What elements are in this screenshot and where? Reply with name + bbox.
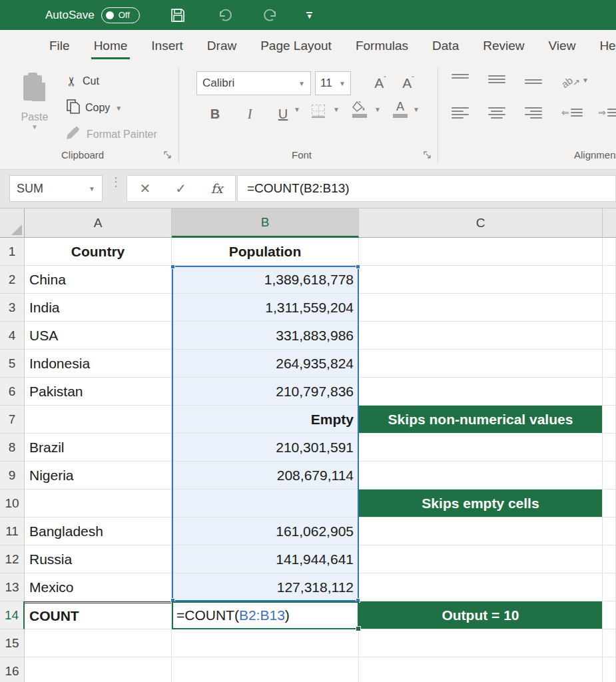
row-header-13[interactable]: 13 xyxy=(0,573,25,601)
save-button[interactable] xyxy=(169,7,186,24)
row-header-12[interactable]: 12 xyxy=(0,545,25,573)
insert-function-button[interactable]: fx xyxy=(211,181,223,196)
row-header-16[interactable]: 16 xyxy=(0,657,25,682)
cell-D3[interactable] xyxy=(603,294,616,322)
cell-A16[interactable] xyxy=(25,657,172,682)
middle-align-button[interactable] xyxy=(488,75,505,83)
select-all-corner[interactable] xyxy=(0,208,25,238)
cell-A11[interactable]: Bangladesh xyxy=(25,517,172,545)
cell-B6[interactable]: 210,797,836 xyxy=(172,378,359,406)
cell-D1[interactable] xyxy=(603,238,616,266)
cell-B7[interactable]: Empty xyxy=(172,406,359,434)
top-align-button[interactable] xyxy=(452,74,469,79)
font-color-button[interactable]: A xyxy=(393,101,408,118)
cell-A4[interactable]: USA xyxy=(25,322,172,350)
redo-button[interactable] xyxy=(262,7,280,24)
fill-color-button[interactable] xyxy=(352,101,368,118)
row-header-9[interactable]: 9 xyxy=(0,462,25,490)
column-header-c[interactable]: C xyxy=(359,208,603,238)
tab-review[interactable]: Review xyxy=(471,30,536,62)
cell-D4[interactable] xyxy=(603,322,616,350)
autosave-toggle[interactable]: Off xyxy=(101,7,140,23)
cell-B9[interactable]: 208,679,114 xyxy=(172,462,359,490)
cell-A14[interactable]: COUNT xyxy=(25,601,172,629)
undo-button[interactable] xyxy=(216,7,233,24)
borders-button[interactable] xyxy=(312,105,325,118)
column-header-a[interactable]: A xyxy=(25,208,172,238)
decrease-font-size-button[interactable]: Aˇ xyxy=(396,73,420,94)
cell-D12[interactable] xyxy=(603,545,616,573)
cell-B1[interactable]: Population xyxy=(172,238,359,266)
cell-B8[interactable]: 210,301,591 xyxy=(172,434,359,462)
cell-A8[interactable]: Brazil xyxy=(25,434,172,462)
tab-insert[interactable]: Insert xyxy=(139,30,195,62)
row-header-5[interactable]: 5 xyxy=(0,350,25,378)
row-header-14[interactable]: 14 xyxy=(0,601,25,629)
cell-D5[interactable] xyxy=(603,350,616,378)
tab-page-layout[interactable]: Page Layout xyxy=(248,30,344,62)
tab-draw[interactable]: Draw xyxy=(195,30,248,62)
cell-A15[interactable] xyxy=(25,629,172,657)
name-box[interactable]: SUM ▼ xyxy=(9,175,103,202)
cell-C14[interactable]: Output = 10 xyxy=(359,601,603,629)
underline-button[interactable]: U xyxy=(273,103,293,125)
font-size-select[interactable]: 11 ▼ xyxy=(315,71,351,95)
align-right-button[interactable] xyxy=(525,107,542,119)
row-header-4[interactable]: 4 xyxy=(0,322,25,350)
cell-D2[interactable] xyxy=(603,266,616,294)
cell-D13[interactable] xyxy=(603,573,616,601)
cell-B10[interactable] xyxy=(172,490,359,517)
cell-A7[interactable] xyxy=(25,406,172,434)
row-header-2[interactable]: 2 xyxy=(0,266,25,294)
cell-C11[interactable] xyxy=(359,517,603,545)
cell-D9[interactable] xyxy=(603,462,616,490)
formula-input[interactable]: =COUNT(B2:B13) xyxy=(237,175,616,202)
row-header-11[interactable]: 11 xyxy=(0,517,25,545)
clipboard-dialog-launcher[interactable] xyxy=(164,151,174,161)
increase-indent-button[interactable]: ⇒ xyxy=(598,107,616,118)
font-name-select[interactable]: Calibri ▼ xyxy=(196,71,311,95)
cell-A10[interactable] xyxy=(25,490,172,517)
fill-handle[interactable] xyxy=(356,626,361,631)
cell-C16[interactable] xyxy=(359,657,603,682)
fill-color-dropdown[interactable]: ▼ xyxy=(374,106,381,113)
cell-C6[interactable] xyxy=(359,378,603,406)
row-header-7[interactable]: 7 xyxy=(0,406,25,434)
format-painter-button[interactable]: Format Painter xyxy=(67,125,157,145)
tab-data[interactable]: Data xyxy=(420,30,471,62)
cell-C10[interactable]: Skips empty cells xyxy=(359,490,603,517)
cell-B12[interactable]: 141,944,641 xyxy=(172,545,359,573)
cell-C4[interactable] xyxy=(359,322,603,350)
cell-A2[interactable]: China xyxy=(25,266,172,294)
cell-B4[interactable]: 331,883,986 xyxy=(172,322,359,350)
italic-button[interactable]: I xyxy=(240,103,260,125)
row-header-15[interactable]: 15 xyxy=(0,629,25,657)
confirm-entry-button[interactable]: ✓ xyxy=(175,180,186,196)
column-header-b[interactable]: B xyxy=(172,208,359,238)
cell-C9[interactable] xyxy=(359,462,603,490)
cell-B2[interactable]: 1,389,618,778 xyxy=(172,266,359,294)
cell-C1[interactable] xyxy=(359,238,603,266)
cell-D10[interactable] xyxy=(603,490,616,517)
cell-A9[interactable]: Nigeria xyxy=(25,462,172,490)
cell-C13[interactable] xyxy=(359,573,603,601)
formula-bar-grip[interactable]: ⋮ xyxy=(110,179,122,185)
cell-C3[interactable] xyxy=(359,294,603,322)
borders-dropdown[interactable]: ▼ xyxy=(333,106,340,113)
cell-D8[interactable] xyxy=(603,434,616,462)
decrease-indent-button[interactable]: ⇐ xyxy=(561,107,583,118)
tab-help[interactable]: Help xyxy=(587,30,616,62)
cell-D15[interactable] xyxy=(603,629,616,657)
cell-B3[interactable]: 1,311,559,204 xyxy=(172,294,359,322)
cell-A5[interactable]: Indonesia xyxy=(25,350,172,378)
row-header-8[interactable]: 8 xyxy=(0,434,25,462)
font-color-dropdown[interactable]: ▼ xyxy=(413,106,420,113)
column-header-d[interactable] xyxy=(603,208,616,238)
copy-button[interactable]: Copy ▼ xyxy=(67,98,122,118)
cell-B16[interactable] xyxy=(172,657,359,682)
cell-D14[interactable] xyxy=(603,601,616,629)
tab-file[interactable]: File xyxy=(37,30,82,62)
cell-C8[interactable] xyxy=(359,434,603,462)
tab-home[interactable]: Home xyxy=(82,30,140,62)
underline-dropdown[interactable]: ▼ xyxy=(294,106,300,113)
